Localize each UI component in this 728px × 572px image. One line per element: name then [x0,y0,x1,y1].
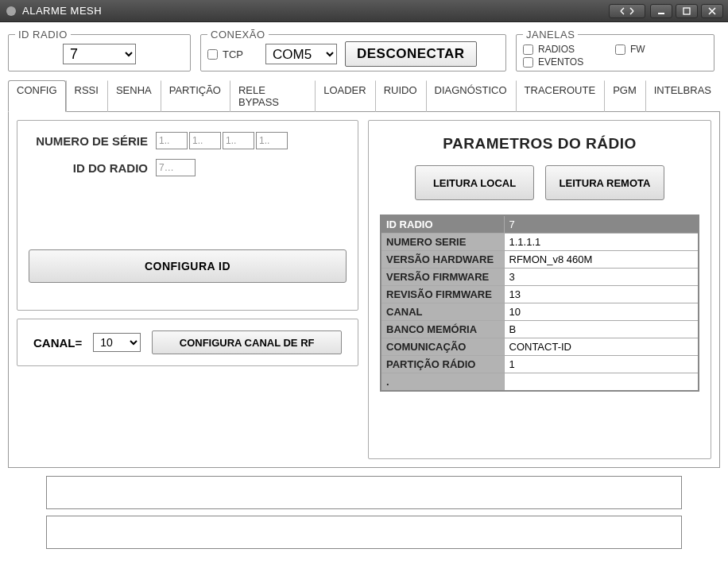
tab-parti-o[interactable]: PARTIÇÃO [161,80,230,112]
group-janelas: JANELAS RADIOS FW EVENTOS [516,29,714,72]
param-key: COMUNICAÇÃO [381,338,504,356]
read-local-button[interactable]: LEITURA LOCAL [415,165,534,200]
radios-checkbox[interactable] [523,44,533,55]
table-row: VERSÃO HARDWARERFMON_v8 460M [381,251,699,269]
svg-point-0 [6,6,16,16]
table-row: REVISÃO FIRMWARE13 [381,286,699,303]
group-id-radio-legend: ID RADIO [15,29,71,41]
param-value: 7 [504,215,699,234]
param-key: ID RADIO [381,215,504,234]
param-value [504,373,699,392]
param-value: 3 [504,269,699,286]
canal-select[interactable]: 10 [93,333,141,352]
tab-pgm[interactable]: PGM [604,80,645,112]
param-key: VERSÃO HARDWARE [381,251,504,269]
radios-checkbox-label[interactable]: RADIOS [523,44,615,55]
table-row: PARTIÇÃO RÁDIO1 [381,356,699,373]
tab-rele-bypass[interactable]: RELE BYPASS [230,80,315,112]
param-key: VERSÃO FIRMWARE [381,269,504,286]
param-key: . [381,373,504,392]
tab-loader[interactable]: LOADER [315,80,374,112]
serial-input-3[interactable] [223,132,254,149]
group-janelas-legend: JANELAS [523,29,578,41]
panel-configure-id: NUMERO DE SÉRIE ID DO RADIO CONFIGURA ID [17,120,358,311]
tab-strip: CONFIGRSSISENHAPARTIÇÃORELE BYPASSLOADER… [8,79,720,112]
tab-diagn-stico[interactable]: DIAGNÓSTICO [426,80,516,112]
param-key: CANAL [381,303,504,321]
param-value: RFMON_v8 460M [504,251,699,269]
log-box-1[interactable] [46,476,682,509]
params-table: ID RADIO7NUMERO SERIE1.1.1.1VERSÃO HARDW… [380,214,699,392]
tab-traceroute[interactable]: TRACEROUTE [516,80,605,112]
table-row: VERSÃO FIRMWARE3 [381,269,699,286]
serial-input-4[interactable] [256,132,288,149]
param-key: NUMERO SERIE [381,234,504,251]
param-value: CONTACT-ID [504,338,699,356]
app-icon [5,5,17,17]
param-value: 13 [504,286,699,303]
window-restore-alt-button[interactable] [609,4,645,18]
configure-rf-button[interactable]: CONFIGURA CANAL DE RF [152,330,342,354]
table-row: BANCO MEMÓRIAB [381,321,699,338]
tcp-checkbox[interactable] [207,49,218,60]
fw-checkbox-label[interactable]: FW [615,44,707,55]
id-radio-select[interactable]: 7 [63,44,136,64]
tcp-checkbox-text: TCP [223,48,243,60]
configure-id-button[interactable]: CONFIGURA ID [29,249,347,283]
param-value: 10 [504,303,699,321]
log-box-2[interactable] [46,516,682,549]
params-title: PARAMETROS DO RÁDIO [380,135,699,153]
table-row: COMUNICAÇÃOCONTACT-ID [381,338,699,356]
maximize-button[interactable] [676,4,698,18]
param-key: REVISÃO FIRMWARE [381,286,504,303]
serial-label: NUMERO DE SÉRIE [29,134,156,148]
com-port-select[interactable]: COM5 [265,44,337,64]
param-key: BANCO MEMÓRIA [381,321,504,338]
table-row: ID RADIO7 [381,215,699,234]
minimize-button[interactable] [650,4,672,18]
radio-id-input[interactable] [156,159,196,176]
radio-id-label: ID DO RADIO [29,161,156,175]
disconnect-button[interactable]: DESCONECTAR [345,41,477,67]
canal-label: CANAL= [33,336,82,350]
tab-senha[interactable]: SENHA [107,80,161,112]
content-area: ID RADIO 7 CONEXÃO TCP COM5 DESCONECTAR … [0,22,728,572]
read-remote-button[interactable]: LEITURA REMOTA [545,165,664,200]
titlebar: ALARME MESH [0,0,728,22]
tcp-checkbox-label[interactable]: TCP [207,48,243,60]
svg-rect-2 [683,8,690,14]
table-row: NUMERO SERIE1.1.1.1 [381,234,699,251]
tab-ruido[interactable]: RUIDO [375,80,426,112]
tab-body-config: NUMERO DE SÉRIE ID DO RADIO CONFIGURA ID… [8,112,720,468]
table-row: . [381,373,699,392]
window-title: ALARME MESH [22,5,102,17]
fw-checkbox[interactable] [615,44,625,55]
svg-rect-1 [658,13,664,14]
tab-rssi[interactable]: RSSI [66,80,107,112]
serial-input-2[interactable] [189,132,221,149]
param-value: B [504,321,699,338]
close-button[interactable] [701,4,723,18]
tab-intelbras[interactable]: INTELBRAS [645,80,720,112]
eventos-checkbox[interactable] [523,57,533,68]
param-key: PARTIÇÃO RÁDIO [381,356,504,373]
serial-input-1[interactable] [156,132,188,149]
panel-canal: CANAL= 10 CONFIGURA CANAL DE RF [17,319,358,366]
tab-config[interactable]: CONFIG [8,80,66,112]
group-id-radio: ID RADIO 7 [8,29,191,72]
table-row: CANAL10 [381,303,699,321]
eventos-checkbox-label[interactable]: EVENTOS [523,56,615,68]
panel-params: PARAMETROS DO RÁDIO LEITURA LOCAL LEITUR… [368,120,711,459]
param-value: 1 [504,356,699,373]
group-conexao: CONEXÃO TCP COM5 DESCONECTAR [200,29,506,72]
group-conexao-legend: CONEXÃO [207,29,269,41]
param-value: 1.1.1.1 [504,234,699,251]
